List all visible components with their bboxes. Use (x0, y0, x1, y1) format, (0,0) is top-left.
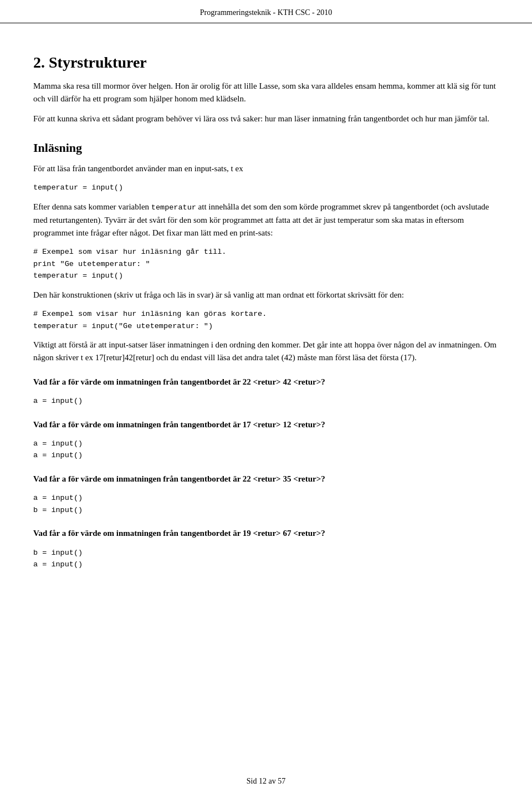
inlasning-p3: Den här konstruktionen (skriv ut fråga o… (33, 289, 499, 301)
question-3-text: Vad får a för värde om inmatningen från … (33, 473, 499, 485)
section-title: 2. Styrstrukturer (33, 51, 499, 74)
question-1-code: a = input() (33, 395, 499, 407)
code-block-3: # Exempel som visar hur inläsning kan gö… (33, 308, 499, 332)
subsection-inlasning-title: Inläsning (33, 139, 499, 157)
page-footer: Sid 12 av 57 (0, 775, 532, 787)
question-4-code: b = input() a = input() (33, 547, 499, 571)
question-4-text: Vad får a för värde om inmatningen från … (33, 527, 499, 540)
code-block-2: # Exempel som visar hur inläsning går ti… (33, 246, 499, 282)
inlasning-p2: Efter denna sats kommer variablen temper… (33, 201, 499, 239)
inlasning-p4: Viktigt att förstå är att input-satser l… (33, 339, 499, 365)
inlasning-p1: För att läsa från tangentbordet använder… (33, 162, 499, 175)
code-block-1: temperatur = input() (33, 182, 499, 194)
intro-paragraph-1: Mamma ska resa till mormor över helgen. … (33, 80, 499, 106)
header-title: Programmeringsteknik - KTH CSC - 2010 (200, 8, 332, 17)
intro-paragraph-2: För att kunna skriva ett sådant program … (33, 112, 499, 125)
footer-text: Sid 12 av 57 (247, 777, 285, 785)
question-3-code: a = input() b = input() (33, 492, 499, 516)
question-2-code: a = input() a = input() (33, 438, 499, 462)
page-header: Programmeringsteknik - KTH CSC - 2010 (0, 0, 532, 23)
question-1-text: Vad får a för värde om inmatningen från … (33, 376, 499, 388)
question-2-text: Vad får a för värde om inmatningen från … (33, 418, 499, 431)
